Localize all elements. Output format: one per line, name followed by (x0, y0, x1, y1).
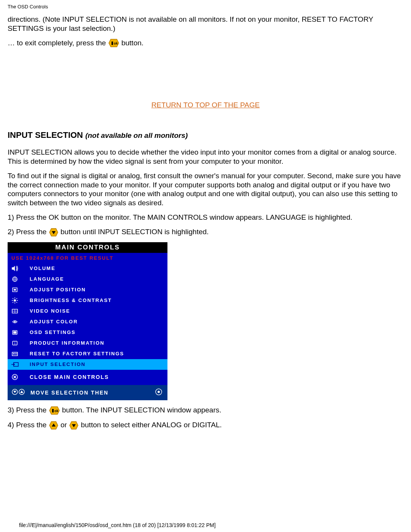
osd-item-label: ADJUST POSITION (30, 287, 86, 292)
step2-prefix: 2) Press the (8, 228, 49, 236)
osd-close-row: CLOSE MAIN CONTROLS (8, 370, 167, 385)
exit-line: … to exit completely, press the ok butto… (8, 38, 403, 48)
language-icon (11, 276, 22, 282)
osd-warning: USE 1024x768 FOR BEST RESULT (8, 253, 167, 263)
footer-nav-icons (11, 388, 27, 397)
ok-button-icon: ok (108, 38, 119, 48)
close-icon (11, 374, 22, 380)
svg-rect-8 (14, 289, 16, 291)
page-footer-path: file:///E|/manual/english/150P/osd/osd_c… (19, 522, 216, 528)
step3: 3) Press the ok button. The INPUT SELECT… (8, 406, 403, 415)
step2: 2) Press the button until INPUT SELECTIO… (8, 227, 403, 237)
svg-rect-38 (52, 409, 54, 412)
step3-prefix: 3) Press the (8, 406, 49, 414)
desc2: To find out if the signal is digital or … (8, 171, 403, 208)
down-button-icon (49, 228, 59, 237)
osd-item-brightness: BRIGHTNESS & CONTRAST (8, 295, 167, 306)
osd-item-label: VOLUME (30, 265, 56, 271)
osd-item-label: PRODUCT INFORMATION (30, 340, 105, 346)
osd-item-label: VIDEO NOISE (30, 308, 70, 314)
step4b: or (61, 421, 69, 429)
svg-line-16 (13, 302, 13, 303)
step1: 1) Press the OK button on the monitor. T… (8, 213, 403, 222)
footer-ok-icon (155, 388, 164, 397)
exit-suffix: button. (121, 39, 143, 47)
svg-text:ok: ok (114, 42, 118, 45)
return-link-wrap: RETURN TO TOP OF THE PAGE (8, 101, 403, 109)
osd-item-reset: RESET TO FACTORY SETTINGS (8, 348, 167, 359)
osd-item-label: BRIGHTNESS & CONTRAST (30, 297, 112, 303)
noise-icon (11, 308, 22, 314)
step4c: button to select either ANALOG or DIGITA… (81, 421, 221, 429)
svg-rect-1 (112, 42, 113, 45)
svg-rect-23 (13, 331, 16, 334)
svg-marker-34 (20, 390, 23, 393)
osd-item-label: LANGUAGE (30, 276, 64, 282)
step4a: 4) Press the (8, 421, 49, 429)
heading-text: INPUT SELECTION (8, 130, 83, 140)
osd-item-video-noise: VIDEO NOISE (8, 306, 167, 316)
info-icon: i (11, 340, 22, 346)
osd-item-volume: VOLUME (8, 263, 167, 274)
reset-icon (11, 351, 22, 357)
svg-point-21 (14, 321, 16, 323)
osd-item-adjust-position: ADJUST POSITION (8, 284, 167, 295)
position-icon (11, 287, 22, 293)
osd-footer: MOVE SELECTION THEN (8, 385, 167, 400)
svg-line-15 (16, 302, 17, 303)
osd-title: MAIN CONTROLS (8, 242, 167, 253)
up-button-icon (49, 421, 59, 430)
down-button-icon (69, 421, 79, 430)
osd-item-language: LANGUAGE (8, 274, 167, 284)
osd-item-input-selection: INPUT SELECTION (8, 359, 167, 370)
osd-close-label: CLOSE MAIN CONTROLS (30, 374, 109, 380)
svg-marker-5 (12, 266, 15, 271)
section-heading: INPUT SELECTION (not available on all mo… (8, 130, 403, 140)
heading-note: not available on all monitors) (88, 131, 188, 139)
osd-item-label: RESET TO FACTORY SETTINGS (30, 351, 124, 356)
input-icon (11, 361, 22, 367)
osd-settings-icon (11, 329, 22, 335)
svg-line-14 (13, 298, 13, 299)
exit-prefix: … to exit completely, press the (8, 39, 108, 47)
step4: 4) Press the or button to select either … (8, 420, 403, 430)
osd-item-product-info: i PRODUCT INFORMATION (8, 338, 167, 348)
osd-item-adjust-color: ADJUST COLOR (8, 316, 167, 327)
osd-item-osd-settings: OSD SETTINGS (8, 327, 167, 338)
osd-item-label: INPUT SELECTION (30, 361, 86, 367)
paragraph-directions: directions. (Note INPUT SELECTION is not… (8, 15, 403, 33)
step2-suffix: button until INPUT SELECTION is highligh… (61, 228, 209, 236)
svg-text:i: i (14, 341, 15, 345)
svg-point-9 (14, 299, 16, 302)
ok-button-icon: ok (49, 406, 60, 415)
osd-main-controls: MAIN CONTROLS USE 1024x768 FOR BEST RESU… (8, 242, 167, 400)
page-header-small: The OSD Controls (0, 0, 411, 10)
svg-marker-32 (13, 391, 16, 393)
color-icon (11, 319, 22, 325)
osd-item-label: OSD SETTINGS (30, 329, 76, 335)
svg-text:ok: ok (54, 409, 59, 413)
osd-item-label: ADJUST COLOR (30, 319, 78, 324)
osd-footer-label: MOVE SELECTION THEN (30, 390, 155, 396)
volume-icon (11, 265, 22, 272)
desc1: INPUT SELECTION allows you to decide whe… (8, 148, 403, 166)
svg-point-36 (158, 391, 160, 393)
svg-line-17 (16, 298, 17, 299)
step3-suffix: button. The INPUT SELECTION window appea… (62, 406, 221, 414)
brightness-icon (11, 297, 22, 304)
return-to-top-link[interactable]: RETURN TO TOP OF THE PAGE (151, 101, 260, 109)
